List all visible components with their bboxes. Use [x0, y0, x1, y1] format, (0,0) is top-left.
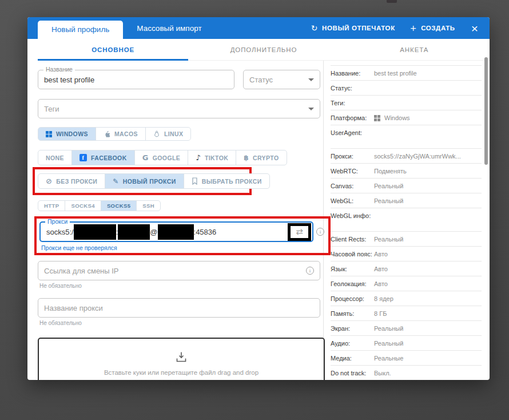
apple-icon — [104, 130, 110, 137]
header-actions: ↻ НОВЫЙ ОТПЕЧАТОК + СОЗДАТЬ × — [311, 17, 490, 39]
preset-facebook-label: FACEBOOK — [91, 154, 127, 161]
preset-switcher: NONE f FACEBOOK G GOOGLE ♪ TIKTOK ฿ CRYP… — [38, 150, 287, 165]
ip-change-placeholder: Ссылка для смены IP — [44, 267, 119, 275]
platform-windows-button[interactable]: WINDOWS — [38, 128, 96, 140]
linux-icon — [153, 130, 160, 137]
scrollbar-thumb[interactable] — [484, 57, 488, 165]
download-icon — [175, 355, 188, 365]
summary-value: Реальный — [374, 236, 403, 243]
preset-facebook-button[interactable]: f FACEBOOK — [72, 150, 135, 165]
tags-placeholder: Теги — [44, 105, 59, 113]
proxy-type-ssh[interactable]: SSH — [137, 201, 160, 211]
redacted-login — [118, 224, 150, 240]
summary-value: Windows — [374, 114, 410, 121]
summary-label: WebGL инфо: — [331, 212, 374, 219]
annotation-box-proxy-modes: ⊘ БЕЗ ПРОКСИ ✎ НОВЫЙ ПРОКСИ ВЫБРАТЬ ПРОК… — [33, 167, 252, 195]
chevron-down-icon — [308, 108, 314, 110]
preset-google-button[interactable]: G GOOGLE — [135, 150, 189, 165]
dialog-header: Новый профиль Массовый импорт ↻ НОВЫЙ ОТ… — [27, 17, 490, 39]
platform-macos-button[interactable]: MACOS — [96, 128, 146, 140]
status-select[interactable]: Статус — [243, 70, 320, 89]
new-proxy-button[interactable]: ✎ НОВЫЙ ПРОКСИ — [105, 174, 184, 188]
windows-icon — [374, 115, 380, 121]
google-icon: G — [142, 153, 149, 162]
preset-crypto-button[interactable]: ฿ CRYPTO — [236, 150, 286, 165]
tab-main[interactable]: ОСНОВНОЕ — [38, 39, 188, 60]
profile-summary-panel: Название:best test profile Статус: Теги:… — [323, 61, 490, 379]
preset-tiktok-label: TIKTOK — [205, 154, 228, 161]
summary-row-memory: Память:8 ГБ — [331, 306, 482, 321]
summary-row-tags: Теги: — [331, 96, 482, 110]
tab-questionnaire[interactable]: АНКЕТА — [339, 39, 490, 60]
create-button[interactable]: + СОЗДАТЬ — [410, 23, 455, 33]
summary-label: Client Rects: — [331, 236, 374, 243]
info-icon[interactable]: i — [316, 228, 324, 236]
profile-name-value: best test profile — [44, 76, 94, 84]
redacted-host — [74, 224, 116, 240]
status-placeholder: Статус — [249, 76, 273, 84]
info-icon[interactable]: i — [306, 267, 314, 275]
summary-value: Авто — [374, 266, 388, 272]
proxy-type-socks4[interactable]: SOCKS4 — [65, 201, 101, 211]
summary-row-name: Название:best test profile — [331, 66, 482, 81]
summary-label: WebRTC: — [331, 168, 374, 175]
annotation-box-proxy-input: Прокси socks5:/:@:45836 ⇄ i Прокси еще н… — [34, 216, 331, 255]
summary-label: Статус: — [331, 85, 374, 92]
new-profile-dialog: Новый профиль Массовый импорт ↻ НОВЫЙ ОТ… — [27, 17, 490, 380]
summary-row-screen: Экран:Реальный — [331, 321, 482, 336]
close-icon[interactable]: × — [470, 22, 479, 34]
annotation-box-swap-button: ⇄ — [288, 223, 311, 241]
summary-row-client-rects: Client Rects:Реальный — [331, 232, 482, 247]
summary-value: Выкл. — [374, 370, 391, 377]
profile-form: Название best test profile Статус Теги — [27, 61, 323, 379]
platform-windows-label: WINDOWS — [56, 130, 88, 137]
platform-switcher: WINDOWS MACOS LINUX — [38, 127, 191, 141]
summary-row-webrtc: WebRTC:Подменять — [331, 164, 482, 179]
preset-crypto-label: CRYPTO — [253, 154, 279, 161]
create-label: СОЗДАТЬ — [421, 25, 455, 31]
tags-select[interactable]: Теги — [38, 99, 320, 118]
select-proxy-button[interactable]: ВЫБРАТЬ ПРОКСИ — [184, 174, 269, 188]
tab-new-profile[interactable]: Новый профиль — [38, 21, 123, 39]
summary-label: Геолокация: — [331, 280, 374, 287]
ip-change-url-input[interactable]: Ссылка для смены IP i — [38, 261, 320, 280]
summary-label: UserAgent: — [331, 129, 374, 136]
summary-row-platform: Платформа: Windows — [331, 110, 482, 125]
proxy-check-status: Прокси еще не проверялся — [41, 244, 324, 251]
proxy-input-label: Прокси — [45, 219, 70, 224]
summary-value: socks5://zaNyGjWA:umrWwk... — [374, 153, 461, 160]
plus-icon: + — [410, 23, 417, 33]
preset-tiktok-button[interactable]: ♪ TIKTOK — [188, 150, 236, 165]
proxy-type-socks5[interactable]: SOCKS5 — [101, 201, 137, 211]
summary-row-status: Статус: — [331, 81, 482, 96]
swap-icon[interactable]: ⇄ — [296, 227, 303, 237]
new-fingerprint-button[interactable]: ↻ НОВЫЙ ОТПЕЧАТОК — [311, 23, 395, 33]
summary-value: Реальный — [374, 325, 403, 332]
select-proxy-label: ВЫБРАТЬ ПРОКСИ — [202, 178, 262, 185]
platform-linux-button[interactable]: LINUX — [146, 128, 191, 140]
summary-row-audio: Аудио:Реальный — [331, 336, 482, 351]
proxy-type-http[interactable]: HTTP — [38, 201, 65, 211]
proxy-type-ssh-label: SSH — [142, 203, 154, 209]
cookies-dropzone[interactable]: Вставьте куки или перетащите файл drag a… — [38, 338, 325, 380]
proxy-name-helper: Не обязательно — [39, 320, 320, 326]
summary-row-geolocation: Геолокация:Авто — [331, 276, 482, 291]
bitcoin-icon: ฿ — [244, 154, 249, 162]
summary-value: Реальный — [374, 197, 403, 204]
tab-additional[interactable]: ДОПОЛНИТЕЛЬНО — [188, 39, 339, 60]
summary-label: Память: — [331, 310, 374, 317]
tab-bulk-import[interactable]: Массовый импорт — [123, 19, 215, 39]
refresh-icon: ↻ — [311, 23, 318, 33]
proxy-input[interactable]: Прокси socks5:/:@:45836 ⇄ — [39, 221, 313, 242]
preset-none-label: NONE — [46, 154, 64, 161]
summary-value: best test profile — [374, 70, 417, 77]
proxy-mode-switcher: ⊘ БЕЗ ПРОКСИ ✎ НОВЫЙ ПРОКСИ ВЫБРАТЬ ПРОК… — [38, 173, 270, 189]
summary-row-language: Язык:Авто — [331, 261, 482, 276]
dialog-body: Название best test profile Статус Теги — [27, 61, 490, 379]
summary-row-useragent: UserAgent: — [331, 125, 482, 149]
profile-name-input[interactable]: Название best test profile — [38, 70, 234, 89]
proxy-type-http-label: HTTP — [44, 203, 59, 209]
proxy-name-input[interactable]: Название прокси — [38, 298, 320, 318]
preset-none-button[interactable]: NONE — [38, 150, 72, 165]
no-proxy-button[interactable]: ⊘ БЕЗ ПРОКСИ — [38, 174, 105, 188]
